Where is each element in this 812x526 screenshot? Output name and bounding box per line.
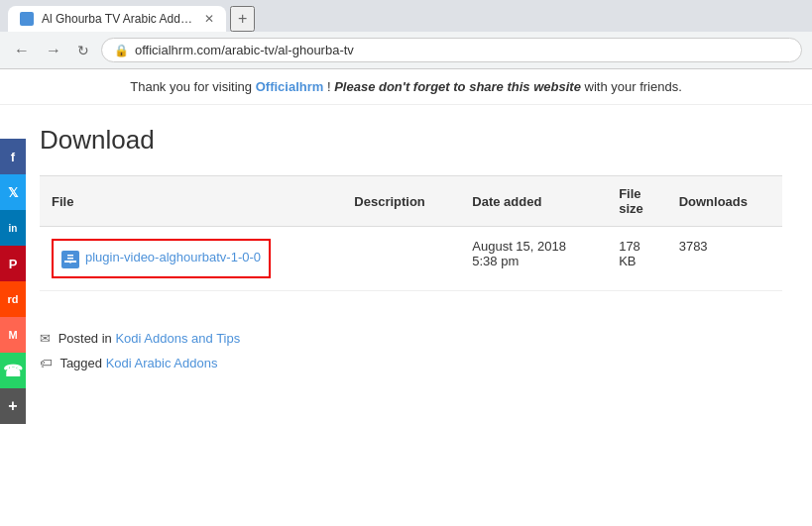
col-header-filesize: Filesize	[607, 176, 667, 227]
svg-rect-3	[67, 255, 73, 257]
table-header-row: File Description Date added Filesize Dow…	[40, 176, 782, 227]
col-header-date: Date added	[460, 176, 607, 227]
tab-close-button[interactable]: ✕	[204, 12, 214, 26]
main-content: Download File Description Date added Fil…	[0, 105, 812, 311]
linkedin-share-button[interactable]: in	[0, 210, 26, 246]
posted-in-link[interactable]: Kodi Addons and Tips	[115, 331, 240, 346]
table-row: plugin-video-alghourbatv-1-0-0 August 15…	[40, 227, 782, 291]
url-bar[interactable]: 🔒 officialhrm.com/arabic-tv/al-gho‌urba-…	[101, 38, 802, 62]
date-text: August 15, 20185:38 pm	[472, 239, 566, 268]
file-icon	[61, 251, 79, 268]
notification-text-before: Thank you for visiting	[130, 79, 255, 94]
tab-bar: Al Ghourba TV Arabic Addon - 8... ✕ +	[0, 0, 812, 32]
notification-text-after: with your friends.	[585, 79, 682, 94]
col-header-downloads: Downloads	[667, 176, 782, 227]
notification-brand: Officialhrm	[256, 79, 324, 94]
facebook-share-button[interactable]: f	[0, 139, 26, 174]
footer-section: ✉ Posted in Kodi Addons and Tips 🏷 Tagge…	[0, 311, 812, 390]
tagged-line: 🏷 Tagged Kodi Arabic Addons	[40, 356, 782, 370]
forward-button[interactable]: →	[42, 40, 65, 61]
col-header-file: File	[40, 176, 342, 227]
address-bar: ← → ↻ 🔒 officialhrm.com/arabic-tv/al-gho…	[0, 32, 812, 68]
filesize-cell: 178KB	[607, 227, 667, 291]
posted-in-label: Posted in	[58, 331, 112, 346]
svg-rect-4	[67, 258, 73, 260]
file-cell: plugin-video-alghourbatv-1-0-0	[40, 227, 342, 291]
whatsapp-share-button[interactable]: ☎	[0, 353, 26, 388]
filesize-text: 178KB	[619, 239, 640, 268]
description-cell	[342, 227, 460, 291]
notification-bar: Thank you for visiting Officialhrm ! Ple…	[0, 69, 812, 105]
svg-rect-0	[61, 251, 79, 268]
twitter-share-button[interactable]: 𝕏	[0, 174, 26, 210]
pinterest-share-button[interactable]: P	[0, 246, 26, 281]
posted-in-line: ✉ Posted in Kodi Addons and Tips	[40, 331, 782, 346]
active-tab[interactable]: Al Ghourba TV Arabic Addon - 8... ✕	[8, 6, 226, 32]
file-name-link[interactable]: plugin-video-alghourbatv-1-0-0	[85, 249, 261, 266]
mix-share-button[interactable]: M	[0, 317, 26, 353]
file-link-container: plugin-video-alghourbatv-1-0-0	[61, 249, 261, 268]
tab-title: Al Ghourba TV Arabic Addon - 8...	[42, 12, 192, 26]
more-share-button[interactable]: +	[0, 388, 26, 390]
category-icon: ✉	[40, 331, 51, 346]
social-sidebar: f 𝕏 in P rd M ☎ +	[0, 139, 26, 390]
url-text: officialhrm.com/arabic-tv/al-gho‌urba-tv	[135, 43, 354, 57]
downloads-cell: 3783	[667, 227, 782, 291]
notification-italic: Please don't forget to share this websit…	[334, 79, 581, 94]
refresh-button[interactable]: ↻	[73, 41, 93, 60]
lock-icon: 🔒	[114, 44, 129, 57]
download-table: File Description Date added Filesize Dow…	[40, 175, 782, 291]
tagged-label: Tagged	[59, 356, 102, 370]
col-header-description: Description	[342, 176, 460, 227]
tagged-link[interactable]: Kodi Arabic Addons	[106, 356, 218, 370]
date-cell: August 15, 20185:38 pm	[460, 227, 607, 291]
back-button[interactable]: ←	[10, 40, 34, 61]
new-tab-button[interactable]: +	[230, 6, 255, 32]
page-heading: Download	[40, 125, 782, 156]
file-row-container: plugin-video-alghourbatv-1-0-0	[52, 239, 271, 278]
tag-icon: 🏷	[40, 356, 53, 370]
tab-favicon	[20, 12, 34, 26]
browser-chrome: Al Ghourba TV Arabic Addon - 8... ✕ + ← …	[0, 0, 812, 69]
reddit-share-button[interactable]: rd	[0, 281, 26, 317]
